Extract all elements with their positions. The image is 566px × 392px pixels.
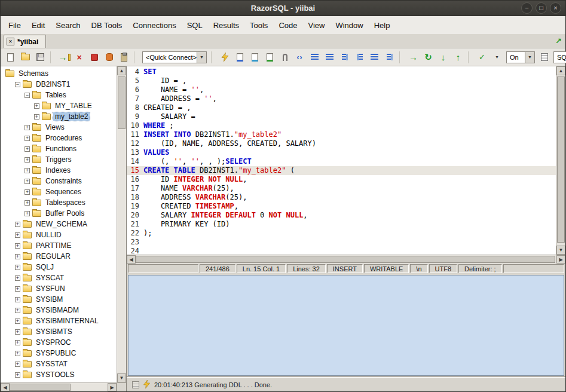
tree-item-parttime[interactable]: +PARTTIME — [1, 240, 117, 251]
tree-item-new-schema[interactable]: +NEW_SCHEMA — [1, 219, 117, 229]
menu-window[interactable]: Window — [330, 18, 368, 33]
menu-file[interactable]: File — [3, 18, 26, 33]
tree-item-functions[interactable]: +Functions — [1, 143, 117, 154]
expand-icon[interactable]: + — [15, 297, 20, 302]
attach-file-icon[interactable] — [278, 51, 292, 64]
refresh-icon[interactable]: ↻ — [421, 51, 435, 64]
tree-item-nullid[interactable]: +NULLID — [1, 229, 117, 240]
scroll-up-icon[interactable]: ▲ — [117, 66, 126, 75]
connect-icon[interactable]: → — [57, 51, 71, 64]
expand-icon[interactable]: + — [25, 136, 30, 141]
editor-hscroll-track[interactable] — [136, 255, 556, 264]
sidebar-scroll-track[interactable] — [117, 75, 126, 373]
tree-item-regular[interactable]: +REGULAR — [1, 251, 117, 262]
expand-icon[interactable]: + — [25, 189, 30, 195]
menu-sql[interactable]: SQL — [182, 18, 208, 33]
expand-icon[interactable]: + — [25, 200, 30, 206]
indent-icon[interactable] — [338, 51, 351, 64]
sidebar-horizontal-scrollbar[interactable]: ◀ ▶ — [1, 382, 117, 391]
expand-icon[interactable]: + — [34, 103, 39, 109]
previous-statement-icon[interactable]: ↑ — [451, 51, 465, 64]
tree-item-sequences[interactable]: +Sequences — [1, 186, 117, 197]
uppercase-icon[interactable] — [368, 51, 381, 64]
expand-icon[interactable]: + — [15, 232, 20, 238]
menu-results[interactable]: Results — [208, 18, 244, 33]
database-tool-icon[interactable] — [102, 51, 116, 64]
tree-item-schemas[interactable]: Schemas — [1, 68, 117, 79]
tree-item-sqlj[interactable]: +SQLJ — [1, 262, 117, 272]
export-results-icon[interactable] — [233, 51, 247, 64]
tree-item-systools[interactable]: +SYSTOOLS — [1, 369, 117, 380]
tree-item-sysfun[interactable]: +SYSFUN — [1, 283, 117, 294]
tree-item-tables[interactable]: −Tables — [1, 90, 117, 100]
scroll-right-icon[interactable]: ▶ — [108, 383, 117, 391]
dropdown-arrow-icon[interactable]: ▼ — [525, 52, 534, 63]
tree-item-views[interactable]: +Views — [1, 122, 117, 133]
expand-icon[interactable]: + — [25, 146, 30, 152]
tree-item-my-table[interactable]: +MY_TABLE — [1, 100, 117, 111]
editor-hscroll-thumb[interactable] — [136, 256, 555, 263]
expand-icon[interactable]: + — [15, 362, 20, 367]
scroll-left-icon[interactable]: ◀ — [127, 255, 136, 264]
minimize-button[interactable]: − — [521, 2, 533, 14]
scroll-right-icon[interactable]: ▶ — [556, 255, 565, 264]
close-button[interactable]: × — [550, 2, 561, 14]
expand-icon[interactable]: + — [15, 286, 20, 292]
import-data-icon[interactable] — [248, 51, 262, 64]
sidebar-hscroll-thumb[interactable] — [10, 384, 71, 391]
menu-tools[interactable]: Tools — [244, 18, 273, 33]
tree-item-indexes[interactable]: +Indexes — [1, 165, 117, 176]
editor-scroll-track[interactable] — [556, 75, 565, 246]
editor-horizontal-scrollbar[interactable]: ◀ ▶ — [127, 255, 565, 264]
scroll-up-icon[interactable]: ▲ — [556, 66, 565, 75]
expand-icon[interactable]: + — [34, 114, 39, 120]
menu-help[interactable]: Help — [369, 18, 396, 33]
expand-icon[interactable]: + — [15, 329, 20, 335]
sql-dialect-select[interactable]: SQL PL▼ — [553, 51, 566, 63]
tree-item-sysibmadm[interactable]: +SYSIBMADM — [1, 305, 117, 316]
expand-icon[interactable]: + — [25, 211, 30, 216]
format-sql-icon[interactable] — [308, 51, 322, 64]
expand-icon[interactable]: + — [15, 318, 20, 324]
next-statement-icon[interactable]: ↓ — [436, 51, 450, 64]
comment-icon[interactable] — [383, 51, 396, 64]
maximize-button[interactable]: □ — [536, 2, 547, 14]
editor-vertical-scrollbar[interactable]: ▲ ▼ — [556, 66, 565, 255]
tree-item-sysproc[interactable]: +SYSPROC — [1, 337, 117, 348]
expand-icon[interactable]: + — [15, 308, 20, 313]
tree-item-my-table2[interactable]: +my_table2 — [1, 111, 117, 122]
forward-icon[interactable]: → — [406, 51, 420, 64]
expand-icon[interactable]: + — [15, 265, 20, 270]
scroll-down-icon[interactable]: ▼ — [117, 373, 126, 382]
expand-icon[interactable]: + — [15, 222, 20, 227]
collapse-icon[interactable]: − — [15, 82, 20, 87]
delete-connection-icon[interactable] — [87, 51, 101, 64]
edit-code-icon[interactable]: ‹› — [293, 51, 307, 64]
menu-edit[interactable]: Edit — [26, 18, 50, 33]
scroll-left-icon[interactable]: ◀ — [1, 383, 10, 391]
tree-item-sysibm[interactable]: +SYSIBM — [1, 294, 117, 305]
new-file-icon[interactable] — [4, 51, 17, 64]
outdent-icon[interactable] — [353, 51, 366, 64]
disconnect-icon[interactable]: × — [72, 51, 86, 64]
tree-item-triggers[interactable]: +Triggers — [1, 154, 117, 165]
expand-icon[interactable]: + — [25, 157, 30, 163]
expand-icon[interactable]: + — [15, 351, 20, 356]
open-file-icon[interactable] — [19, 51, 32, 64]
auto-complete-icon[interactable]: ✓ — [475, 51, 489, 64]
maximize-editor-icon[interactable]: ↗ — [555, 36, 562, 45]
expand-icon[interactable]: + — [25, 168, 30, 173]
menu-search[interactable]: Search — [50, 18, 85, 33]
menu-connections[interactable]: Connections — [127, 18, 181, 33]
scroll-down-icon[interactable]: ▼ — [556, 246, 565, 255]
tree-item-syscat[interactable]: +SYSCAT — [1, 272, 117, 283]
expand-icon[interactable]: + — [15, 254, 20, 259]
generate-sql-icon[interactable] — [263, 51, 277, 64]
tree-item-constraints[interactable]: +Constraints — [1, 176, 117, 186]
editor-scroll-thumb[interactable] — [557, 76, 565, 243]
menu-db-tools[interactable]: DB Tools — [86, 18, 128, 33]
tree-item-db2inst1[interactable]: −DB2INST1 — [1, 79, 117, 90]
sidebar-vertical-scrollbar[interactable]: ▲ ▼ — [117, 66, 126, 382]
execute-sql-icon[interactable] — [218, 51, 232, 64]
sidebar-scroll-thumb[interactable] — [118, 76, 126, 129]
